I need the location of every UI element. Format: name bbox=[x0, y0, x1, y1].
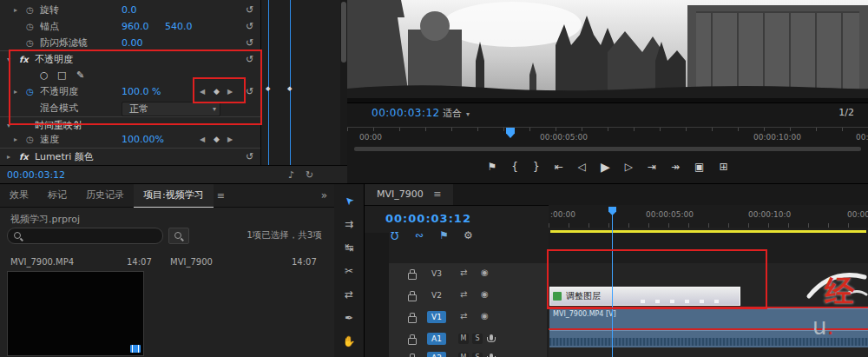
twirl-icon[interactable]: ▸ bbox=[7, 149, 10, 165]
track-lock-icon[interactable] bbox=[408, 316, 417, 323]
hand-tool[interactable]: ✋ bbox=[343, 335, 356, 347]
mute-button[interactable]: M bbox=[458, 353, 469, 357]
track-output-eye-icon[interactable]: ◉ bbox=[481, 289, 489, 299]
effect-panel-scrollbar[interactable] bbox=[340, 0, 347, 165]
timeline-ruler[interactable]: :00:00 00:00:05:00 00:00:10:0 00:00:15:0 bbox=[549, 205, 868, 228]
previous-keyframe-button[interactable]: ◀ bbox=[200, 131, 205, 148]
comparison-view-button[interactable]: ⊞ bbox=[719, 161, 727, 173]
playback-resolution-dropdown[interactable]: 1/2 bbox=[838, 107, 854, 118]
search-input[interactable] bbox=[7, 228, 163, 244]
tab-history[interactable]: 历史记录 bbox=[76, 184, 134, 207]
voiceover-record-icon[interactable] bbox=[490, 334, 493, 340]
track-select-tool[interactable]: ⇉ bbox=[345, 218, 353, 230]
loop-icon[interactable]: ↻ bbox=[306, 166, 313, 184]
track-output-eye-icon[interactable]: ◉ bbox=[481, 268, 489, 277]
add-marker-icon[interactable]: ⚑ bbox=[439, 229, 449, 241]
play-button[interactable]: ▶ bbox=[601, 160, 610, 174]
step-forward-button[interactable]: ▷ bbox=[625, 161, 633, 173]
track-output-eye-icon[interactable]: ◉ bbox=[481, 311, 489, 321]
project-panel: 效果 标记 历史记录 项目:视频学习 ≡ » 视频学习.prproj 1项已选择… bbox=[0, 183, 335, 357]
project-item-name[interactable]: MVI_7900 bbox=[170, 257, 213, 267]
mark-out-button[interactable]: } bbox=[533, 161, 540, 173]
param-label: 旋转 bbox=[40, 2, 59, 18]
scrollbar-thumb[interactable] bbox=[341, 2, 346, 63]
effect-panel-timecode[interactable]: 00:00:03:12 bbox=[7, 166, 65, 184]
mute-button[interactable]: M bbox=[458, 334, 469, 344]
fx-badge-icon[interactable]: fx bbox=[19, 149, 29, 165]
razor-tool[interactable]: ✂ bbox=[345, 265, 353, 277]
fit-value: 适合 bbox=[443, 108, 462, 119]
pen-tool[interactable]: ✒ bbox=[345, 312, 353, 324]
solo-button[interactable]: S bbox=[472, 334, 483, 344]
keyframe-icon[interactable]: ◆ bbox=[266, 85, 270, 92]
param-value[interactable]: 0.0 bbox=[122, 2, 137, 18]
program-scrollbar[interactable] bbox=[354, 147, 861, 151]
effect-keyframe-timeline[interactable]: ◆ ◆ bbox=[260, 0, 341, 165]
next-keyframe-button[interactable]: ▶ bbox=[227, 131, 233, 148]
export-frame-button[interactable]: ▣ bbox=[694, 161, 704, 173]
sync-lock-icon[interactable]: ⇄ bbox=[460, 268, 467, 277]
add-marker-button[interactable]: ⚑ bbox=[488, 161, 497, 173]
timeline-timecode[interactable]: 00:00:03:12 bbox=[385, 212, 471, 225]
track-lock-icon[interactable] bbox=[408, 294, 417, 301]
track-name[interactable]: V2 bbox=[427, 289, 446, 301]
selection-tool[interactable]: ➤ bbox=[341, 193, 356, 208]
sync-lock-icon[interactable]: ⇄ bbox=[460, 289, 467, 299]
overflow-tabs-icon[interactable]: » bbox=[321, 189, 327, 202]
twirl-icon[interactable]: ▸ bbox=[14, 2, 17, 18]
anchor-x-value[interactable]: 960.0 bbox=[122, 18, 149, 35]
timeline-settings-icon[interactable]: ⚙ bbox=[464, 229, 473, 241]
sync-lock-icon[interactable]: ⇄ bbox=[460, 311, 467, 321]
track-lock-icon[interactable] bbox=[408, 273, 417, 280]
step-back-button[interactable]: ◁ bbox=[578, 161, 586, 173]
track-gutter bbox=[365, 233, 389, 357]
track-name[interactable]: A2 bbox=[427, 352, 446, 357]
track-name[interactable]: V1 bbox=[427, 311, 446, 323]
clip-thumbnail[interactable] bbox=[7, 271, 144, 356]
panel-menu-icon[interactable]: ≡ bbox=[217, 190, 225, 202]
reset-icon[interactable]: ↺ bbox=[246, 2, 253, 18]
track-header-v3: V3 ⇄ ◉ bbox=[389, 263, 547, 286]
linked-selection-icon[interactable]: ∾ bbox=[415, 229, 424, 241]
program-timecode[interactable]: 00:00:03:12 bbox=[372, 107, 440, 119]
snap-magnet-icon[interactable]: Ω bbox=[391, 229, 398, 241]
stopwatch-icon[interactable]: ◷ bbox=[26, 2, 34, 18]
stopwatch-icon[interactable]: ◷ bbox=[26, 18, 34, 35]
anchor-y-value[interactable]: 540.0 bbox=[165, 18, 193, 35]
project-breadcrumb[interactable]: 视频学习.prproj bbox=[10, 213, 80, 226]
tab-sequence[interactable]: MVI_7900 ≡ bbox=[365, 184, 453, 205]
reset-icon[interactable]: ↺ bbox=[246, 18, 253, 35]
tab-effects[interactable]: 效果 bbox=[0, 184, 38, 207]
new-search-bin-button[interactable] bbox=[168, 228, 189, 244]
extract-button[interactable]: ↠ bbox=[671, 161, 680, 173]
track-header-a1: A1 M S bbox=[389, 328, 547, 348]
twirl-icon[interactable]: ▸ bbox=[14, 131, 17, 148]
speed-value[interactable]: 100.00% bbox=[122, 131, 164, 148]
transport-controls: ⚑ { } ⇤ ◁ ▶ ▷ ⇥ ↠ ▣ ⊞ bbox=[347, 155, 868, 179]
tab-markers[interactable]: 标记 bbox=[38, 184, 76, 207]
stopwatch-icon[interactable]: ◷ bbox=[26, 131, 34, 148]
play-audio-icon[interactable]: ♪ bbox=[288, 166, 294, 184]
reset-icon[interactable]: ↺ bbox=[246, 149, 253, 165]
go-to-in-button[interactable]: ⇤ bbox=[555, 161, 563, 173]
ripple-edit-tool[interactable]: ↹ bbox=[345, 241, 353, 254]
go-to-out-button[interactable]: ⇥ bbox=[648, 161, 656, 173]
slip-tool[interactable]: ⇄ bbox=[345, 288, 353, 301]
track-header-v1: V1 ⇄ ◉ bbox=[389, 307, 547, 329]
track-lock-icon[interactable] bbox=[408, 338, 417, 345]
keyframe-icon[interactable]: ◆ bbox=[287, 85, 292, 92]
track-name[interactable]: A1 bbox=[427, 333, 446, 345]
program-ruler[interactable]: 00:00 00:00:05:00 00:00:10:00 00:0 bbox=[347, 127, 868, 145]
effect-row-speed: ▸ ◷ 速度 100.00% ◀ ◆ ▶ bbox=[0, 131, 260, 148]
fit-dropdown[interactable]: 适合▾ bbox=[443, 107, 470, 120]
track-name[interactable]: V3 bbox=[427, 268, 446, 280]
track-header-v2: V2 ⇄ ◉ bbox=[389, 285, 547, 307]
voiceover-record-icon[interactable] bbox=[490, 354, 493, 357]
solo-button[interactable]: S bbox=[472, 353, 483, 357]
tab-project[interactable]: 项目:视频学习 bbox=[134, 184, 214, 208]
program-monitor-video bbox=[347, 0, 868, 103]
mark-in-button[interactable]: { bbox=[511, 161, 518, 173]
project-item-name[interactable]: MVI_7900.MP4 bbox=[10, 257, 74, 267]
add-keyframe-button[interactable]: ◆ bbox=[214, 131, 220, 148]
panel-menu-icon[interactable]: ≡ bbox=[433, 188, 441, 200]
